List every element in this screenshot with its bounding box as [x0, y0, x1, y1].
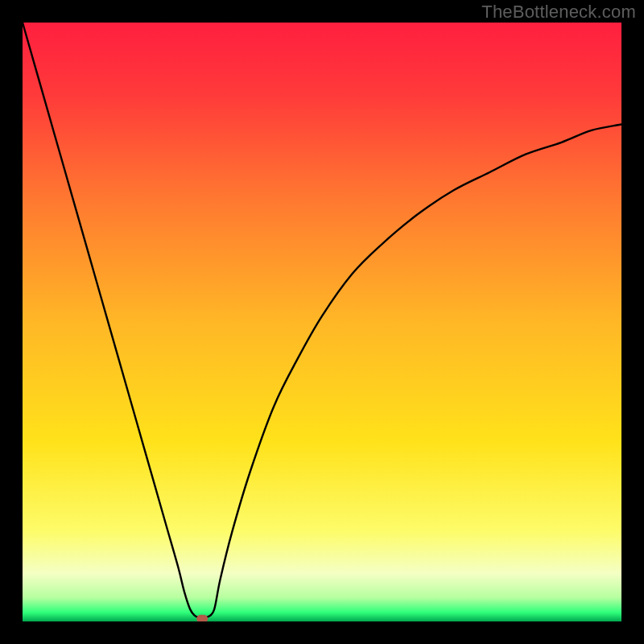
optimal-marker: [196, 615, 208, 621]
chart-frame: TheBottleneck.com: [0, 0, 644, 644]
bottleneck-curve: [23, 23, 621, 621]
plot-area: [23, 23, 621, 621]
watermark-text: TheBottleneck.com: [481, 2, 636, 23]
